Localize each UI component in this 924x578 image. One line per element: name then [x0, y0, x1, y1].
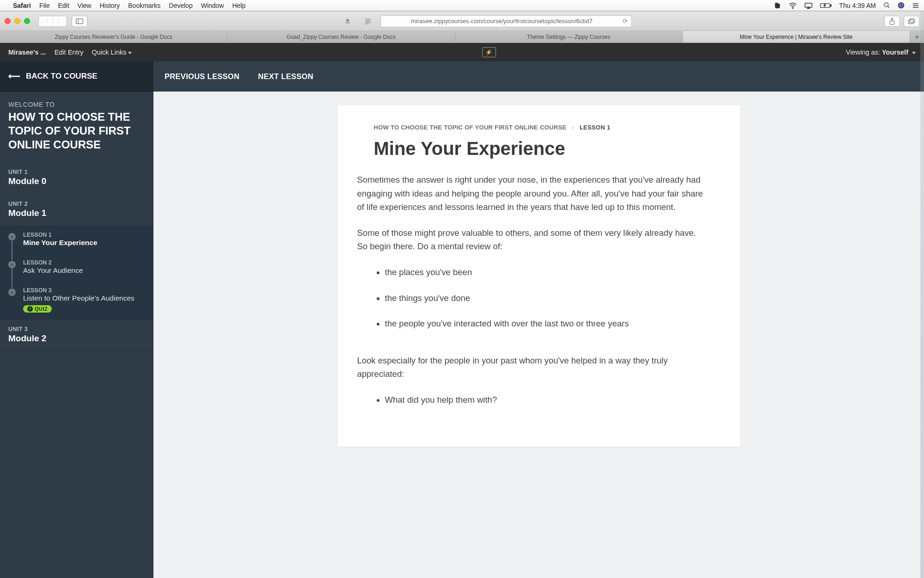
bullet-list: the places you've been the things you've… [374, 265, 704, 331]
site-name[interactable]: Mirasee's ... [8, 49, 46, 56]
lesson-scroll[interactable]: HOW TO CHOOSE THE TOPIC OF YOUR FIRST ON… [153, 92, 924, 578]
safari-tab-bar: Zippy Courses Reviewer's Guide - Google … [0, 31, 924, 43]
admin-bar: Mirasee's ... Edit Entry Quick Links Vie… [0, 43, 924, 61]
close-window-button[interactable] [5, 18, 11, 24]
notification-center-icon[interactable] [912, 2, 919, 9]
share-button[interactable] [884, 16, 900, 27]
browser-tab[interactable]: Theme Settings — Zippy Courses [455, 31, 683, 43]
mac-menubar: Safari File Edit View History Bookmarks … [0, 0, 924, 11]
menubar-app-name[interactable]: Safari [13, 2, 31, 9]
lesson-title: Mine Your Experience [374, 138, 704, 159]
list-item: the people you've interacted with over t… [385, 317, 704, 331]
list-item: the places you've been [385, 265, 704, 279]
unit-block: UNIT 2 Module 1 ✓ LESSON 1 Mine Your Exp… [0, 194, 153, 320]
quick-links-dropdown[interactable]: Quick Links [92, 49, 132, 56]
lesson-card: HOW TO CHOOSE THE TOPIC OF YOUR FIRST ON… [338, 105, 740, 447]
course-header: WELCOME TO HOW TO CHOOSE THE TOPIC OF YO… [0, 92, 153, 162]
welcome-label: WELCOME TO [8, 101, 145, 108]
reader-icon[interactable] [360, 16, 376, 27]
minimize-window-button[interactable] [14, 18, 20, 24]
breadcrumb-course[interactable]: HOW TO CHOOSE THE TOPIC OF YOUR FIRST ON… [374, 124, 567, 131]
back-to-course-button[interactable]: ⟵ BACK TO COURSE [0, 61, 153, 92]
lesson-body: Sometimes the answer is right under your… [374, 173, 704, 407]
wifi-icon[interactable] [789, 2, 797, 9]
breadcrumb: HOW TO CHOOSE THE TOPIC OF YOUR FIRST ON… [374, 124, 704, 131]
page-content: Mirasee's ... Edit Entry Quick Links Vie… [0, 43, 924, 578]
menu-edit[interactable]: Edit [58, 2, 69, 9]
window-controls [5, 18, 30, 24]
address-bar[interactable]: mirasee.zippycourses.com/course/yourfirs… [380, 15, 632, 27]
lesson-nav: PREVIOUS LESSON NEXT LESSON [153, 61, 924, 92]
svg-point-5 [898, 2, 905, 9]
menu-file[interactable]: File [39, 2, 50, 9]
unit-header[interactable]: UNIT 1 Module 0 [0, 162, 153, 194]
prev-lesson-button[interactable]: PREVIOUS LESSON [165, 72, 239, 81]
sidebar-toggle-button[interactable] [72, 16, 87, 27]
forward-button[interactable]: 〉 [53, 16, 67, 26]
menu-view[interactable]: View [78, 2, 92, 9]
menubar-clock[interactable]: Thu 4:39 AM [839, 2, 876, 9]
paragraph: Sometimes the answer is right under your… [357, 173, 704, 214]
bullet-list: What did you help them with? [374, 393, 704, 407]
browser-tab[interactable]: Zippy Courses Reviewer's Guide - Google … [0, 31, 227, 43]
paragraph: Some of those might prove valuable to ot… [357, 226, 704, 253]
nav-back-forward: 〈 〉 [38, 16, 67, 27]
chevron-down-icon [912, 52, 916, 54]
paragraph: Look especially for the people in your p… [357, 354, 704, 381]
next-lesson-button[interactable]: NEXT LESSON [258, 72, 313, 81]
list-item: What did you help them with? [385, 393, 704, 407]
svg-rect-9 [910, 18, 915, 22]
svg-point-0 [792, 8, 793, 9]
spotlight-icon[interactable] [883, 2, 890, 9]
browser-tab[interactable]: Goad_Zippy Courses Review - Google Docs [227, 31, 455, 43]
lesson-list: ✓ LESSON 1 Mine Your Experience ✓ LESSON… [0, 226, 153, 319]
lesson-main: PREVIOUS LESSON NEXT LESSON HOW TO CHOOS… [153, 61, 924, 578]
browser-tab-active[interactable]: Mine Your Experience | Mirasee's Review … [683, 31, 910, 43]
battery-icon[interactable] [820, 2, 832, 9]
svg-rect-3 [830, 5, 831, 6]
unit-block: UNIT 1 Module 0 [0, 162, 153, 194]
list-item: the things you've done [385, 291, 704, 305]
quiz-badge: QUIZ [23, 305, 52, 313]
menu-help[interactable]: Help [232, 2, 245, 9]
reload-icon[interactable]: ⟳ [623, 18, 628, 25]
menu-history[interactable]: History [100, 2, 120, 9]
chevron-down-icon [128, 52, 132, 54]
arrow-left-icon: ⟵ [8, 71, 20, 81]
show-tabs-button[interactable] [904, 16, 919, 27]
svg-point-4 [884, 3, 888, 7]
viewing-as[interactable]: Viewing as: Yourself [846, 49, 916, 56]
unit-header[interactable]: UNIT 3 Module 2 [0, 320, 153, 351]
safari-toolbar: 〈 〉 mirasee.zippycourses.com/course/your… [0, 12, 924, 31]
chevron-right-icon: › [572, 124, 574, 131]
back-button[interactable]: 〈 [39, 16, 53, 26]
safari-window: 〈 〉 mirasee.zippycourses.com/course/your… [0, 11, 924, 578]
lesson-item[interactable]: ✓ LESSON 2 Ask Your Audience [0, 253, 153, 281]
lesson-item-active[interactable]: ✓ LESSON 1 Mine Your Experience [0, 226, 153, 253]
dock-edge [920, 11, 924, 578]
check-icon: ✓ [8, 233, 16, 240]
evernote-menubar-icon[interactable] [774, 2, 781, 9]
check-icon: ✓ [8, 261, 16, 268]
menu-develop[interactable]: Develop [169, 2, 192, 9]
breadcrumb-current: LESSON 1 [580, 124, 611, 131]
svg-rect-10 [908, 20, 913, 24]
device-preview-icon[interactable] [482, 47, 496, 57]
check-icon: ✓ [8, 289, 16, 296]
svg-rect-7 [76, 18, 83, 24]
menu-window[interactable]: Window [201, 2, 224, 9]
siri-icon[interactable] [898, 2, 905, 9]
course-title: HOW TO CHOOSE THE TOPIC OF YOUR FIRST ON… [8, 110, 145, 152]
url-text: mirasee.zippycourses.com/course/yourfirs… [385, 18, 619, 25]
course-sidebar: ⟵ BACK TO COURSE WELCOME TO HOW TO CHOOS… [0, 61, 153, 578]
unit-header[interactable]: UNIT 2 Module 1 [0, 194, 153, 226]
zoom-window-button[interactable] [24, 18, 30, 24]
extension-icon[interactable] [340, 16, 355, 27]
unit-block: UNIT 3 Module 2 [0, 320, 153, 351]
edit-entry-link[interactable]: Edit Entry [55, 49, 84, 56]
airplay-icon[interactable] [804, 2, 813, 9]
lesson-item[interactable]: ✓ LESSON 3 Listen to Other People's Audi… [0, 281, 153, 319]
menu-bookmarks[interactable]: Bookmarks [128, 2, 160, 9]
